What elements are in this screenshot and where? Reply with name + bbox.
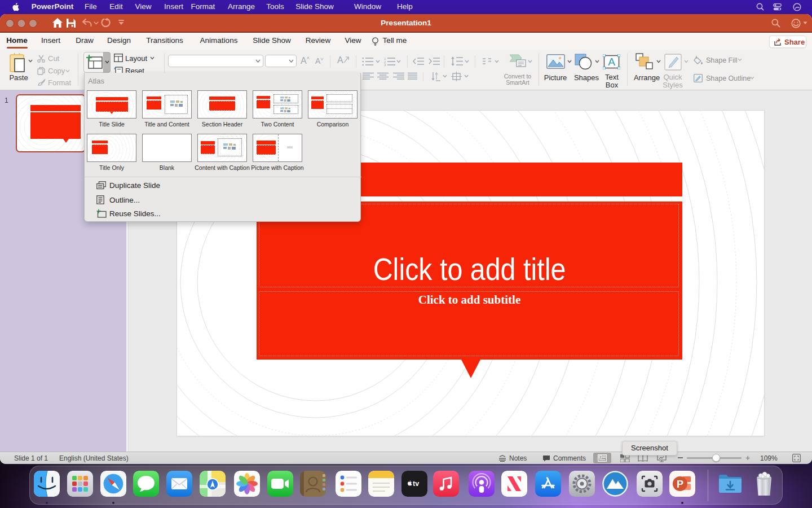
svg-text:tv: tv xyxy=(413,480,419,488)
svg-text:3: 3 xyxy=(384,63,386,66)
svg-text:P: P xyxy=(677,479,683,490)
svg-text:A: A xyxy=(608,56,615,68)
